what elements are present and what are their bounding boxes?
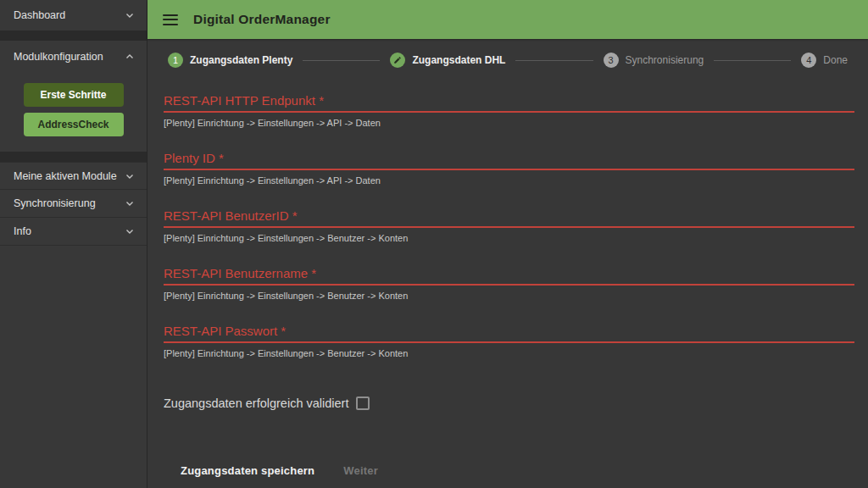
- form-field-plenty-id: Plenty ID * [Plenty] Einrichtung -> Eins…: [164, 149, 854, 186]
- field-underline: [164, 284, 854, 286]
- sidebar-panel-modulkonfiguration: Modulkonfiguration Erste Schritte Addres…: [0, 41, 147, 152]
- stepper-step-zugangsdaten-dhl[interactable]: Zugangsdaten DHL: [390, 53, 505, 68]
- step-number-icon: 3: [604, 53, 619, 68]
- sidebar-item-meine-aktiven-module[interactable]: Meine aktiven Module: [0, 162, 147, 190]
- main-area: Digital OrderManager 1 Zugangsdaten Plen…: [147, 0, 868, 488]
- step-label: Zugangsdaten Plenty: [190, 54, 292, 66]
- plenty-credentials-form: REST-API HTTP Endpunkt * [Plenty] Einric…: [147, 81, 868, 488]
- erste-schritte-button[interactable]: Erste Schritte: [24, 83, 124, 107]
- form-field-rest-api-passwort: REST-API Passwort * [Plenty] Einrichtung…: [164, 322, 854, 358]
- modulkonfiguration-panel-body: Erste Schritte AddressCheck: [0, 73, 147, 152]
- stepper-step-zugangsdaten-plenty[interactable]: 1 Zugangsdaten Plenty: [168, 53, 292, 68]
- next-button[interactable]: Weiter: [335, 458, 387, 484]
- sidebar-item-dashboard[interactable]: Dashboard: [0, 0, 147, 30]
- app-toolbar: Digital OrderManager: [147, 0, 868, 39]
- sidebar: Dashboard Modulkonfiguration Erste Schri…: [0, 0, 147, 488]
- plenty-id-input[interactable]: [164, 149, 854, 166]
- step-number-icon: 4: [801, 53, 816, 68]
- rest-api-http-endpunkt-input[interactable]: [164, 92, 854, 108]
- stepper-step-done[interactable]: 4 Done: [801, 53, 848, 68]
- chevron-up-icon: [125, 52, 135, 62]
- stepper-connector: [714, 60, 791, 61]
- field-hint: [Plenty] Einrichtung -> Einstellungen ->…: [164, 348, 854, 358]
- field-underline: [164, 341, 854, 343]
- edit-pencil-icon: [390, 53, 405, 68]
- step-label: Synchronisierung: [626, 54, 704, 66]
- addresscheck-button[interactable]: AddressCheck: [24, 113, 124, 136]
- checkbox-label: Zugangsdaten erfolgreich validiert: [164, 396, 348, 410]
- sidebar-item-label: Synchronisierung: [14, 197, 125, 209]
- form-field-rest-api-benutzername: REST-API Benutzername * [Plenty] Einrich…: [164, 264, 854, 301]
- save-credentials-button[interactable]: Zugangsdaten speichern: [172, 458, 323, 484]
- chevron-down-icon: [125, 10, 135, 20]
- step-number-icon: 1: [168, 53, 183, 68]
- sidebar-empty-area: [0, 246, 147, 488]
- form-field-rest-api-http-endpunkt: REST-API HTTP Endpunkt * [Plenty] Einric…: [164, 92, 854, 128]
- form-field-rest-api-benutzerid: REST-API BenutzerID * [Plenty] Einrichtu…: [164, 207, 854, 243]
- form-actions: Zugangsdaten speichern Weiter: [164, 458, 854, 484]
- chevron-down-icon: [125, 198, 135, 208]
- field-hint: [Plenty] Einrichtung -> Einstellungen ->…: [164, 175, 854, 186]
- step-label: Zugangsdaten DHL: [412, 54, 505, 66]
- app-window: Dashboard Modulkonfiguration Erste Schri…: [0, 0, 868, 488]
- chevron-down-icon: [125, 226, 135, 236]
- menu-icon[interactable]: [163, 14, 178, 25]
- sidebar-item-label: Dashboard: [14, 9, 125, 21]
- sidebar-item-modulkonfiguration[interactable]: Modulkonfiguration: [0, 41, 147, 73]
- sidebar-item-label: Modulkonfiguration: [14, 51, 125, 63]
- chevron-down-icon: [125, 171, 135, 181]
- sidebar-item-label: Info: [14, 225, 125, 237]
- field-underline: [164, 226, 854, 228]
- sidebar-gap: [0, 30, 147, 41]
- rest-api-benutzerid-input[interactable]: [164, 207, 854, 224]
- rest-api-passwort-input[interactable]: [164, 322, 854, 339]
- field-hint: [Plenty] Einrichtung -> Einstellungen ->…: [164, 233, 854, 243]
- rest-api-benutzername-input[interactable]: [164, 264, 854, 281]
- app-title: Digital OrderManager: [193, 12, 331, 27]
- sidebar-item-info[interactable]: Info: [0, 218, 147, 246]
- sidebar-list: Meine aktiven Module Synchronisierung In…: [0, 162, 147, 246]
- stepper: 1 Zugangsdaten Plenty Zugangsdaten DHL 3…: [147, 39, 868, 81]
- stepper-step-synchronisierung[interactable]: 3 Synchronisierung: [604, 53, 704, 68]
- field-underline: [164, 169, 854, 170]
- sidebar-item-synchronisierung[interactable]: Synchronisierung: [0, 190, 147, 218]
- sidebar-gap: [0, 152, 147, 162]
- step-label: Done: [823, 54, 848, 66]
- sidebar-item-label: Meine aktiven Module: [14, 170, 125, 182]
- field-hint: [Plenty] Einrichtung -> Einstellungen ->…: [164, 118, 854, 128]
- validation-checkbox-row: Zugangsdaten erfolgreich validiert: [164, 396, 854, 410]
- validated-checkbox[interactable]: [356, 396, 370, 410]
- stepper-connector: [303, 60, 380, 61]
- field-hint: [Plenty] Einrichtung -> Einstellungen ->…: [164, 291, 854, 301]
- field-underline: [164, 111, 854, 113]
- stepper-connector: [515, 60, 593, 61]
